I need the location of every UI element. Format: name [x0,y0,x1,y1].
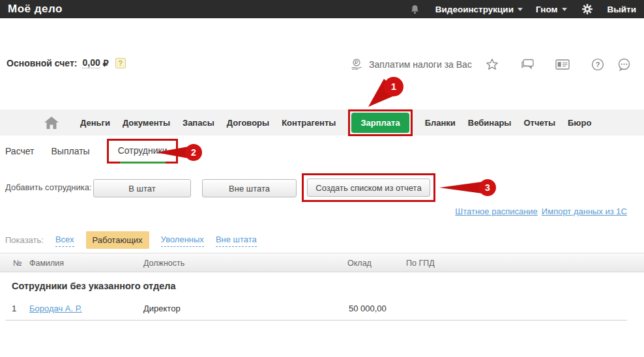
employee-name-link[interactable]: Бородач А. Р. [29,304,82,313]
promo-block[interactable]: Заплатим налоги за Вас [349,57,472,72]
nav-item-documents[interactable]: Документы [123,118,170,128]
filter-option-freelance[interactable]: Вне штата [216,233,257,247]
sub-nav: Расчет Выплаты Сотрудники [0,138,644,164]
add-employee-label: Добавить сотрудника: [5,182,92,192]
filter-option-all[interactable]: Всех [55,233,74,247]
chevron-down-icon [562,8,567,11]
annotation-badge-1: 1 [365,72,413,111]
main-nav: Деньги Документы Запасы Договоры Контраг… [0,109,644,136]
chat-icon[interactable] [520,57,534,72]
add-freelance-button[interactable]: Вне штата [202,179,297,197]
col-salary: Оклад [347,259,372,268]
nav-item-counterparties[interactable]: Контрагенты [282,118,336,128]
video-instructions-label: Видеоинструкции [435,5,514,14]
create-from-report-button[interactable]: Создать списком из отчета [307,178,430,197]
svg-text:?: ? [596,61,600,68]
nav-item-forms[interactable]: Бланки [425,118,456,128]
gear-icon[interactable] [580,2,594,16]
import-1c-link[interactable]: Импорт данных из 1С [542,207,627,216]
account-balance[interactable]: 0,00 [82,57,100,68]
user-menu[interactable]: Гном [536,5,567,14]
star-icon[interactable] [485,57,499,72]
subnav-item-payments[interactable]: Выплаты [51,146,90,156]
home-icon[interactable] [44,115,59,130]
annotation-step-1: 1 [391,81,396,92]
ruble-hand-icon [349,57,364,72]
chevron-down-icon [518,8,523,11]
row-number: 1 [12,304,16,313]
bell-icon[interactable] [408,2,422,16]
staff-schedule-link[interactable]: Штатное расписание [455,207,538,216]
subnav-item-calculation[interactable]: Расчет [5,146,35,156]
active-tab-underline [120,162,166,164]
col-number: № [13,259,22,268]
annotation-box-create-from-report: Создать списком из отчета [302,173,435,202]
video-instructions-menu[interactable]: Видеоинструкции [435,5,523,14]
nav-item-reports[interactable]: Отчеты [523,118,555,128]
nav-item-salary[interactable]: Зарплата [351,113,409,133]
col-gpd: По ГПД [406,259,435,268]
balance-help-badge[interactable]: ? [115,58,126,68]
filter-option-dismissed[interactable]: Уволенных [161,233,204,247]
topbar-right: Видеоинструкции Гном [408,2,636,16]
nav-item-webinars[interactable]: Вебинары [468,118,512,128]
nav-item-stock[interactable]: Запасы [183,118,214,128]
add-staff-button[interactable]: В штат [93,179,191,197]
bottom-divider [5,320,627,321]
annotation-box-salary: Зарплата [348,109,412,136]
aux-links: Штатное расписание Импорт данных из 1С [455,207,627,216]
logout-button[interactable]: Выйти [607,5,637,14]
nav-item-contracts[interactable]: Договоры [227,118,269,128]
account-summary: Основной счет: 0,00 ₽ ? [7,57,126,68]
col-position: Должность [143,259,184,268]
currency-symbol: ₽ [103,58,109,68]
col-surname: Фамилия [29,259,64,268]
employee-salary: 50 000,00 [349,304,387,313]
subnav-item-employees[interactable]: Сотрудники [118,145,168,156]
nav-item-bureau[interactable]: Бюро [568,118,591,128]
topbar: Моё дело Видеоинструкции Гном [0,0,644,18]
account-label: Основной счет: [7,58,77,68]
add-employee-row: Добавить сотрудника: В штат Вне штата Со… [0,176,644,205]
more-bubble-icon[interactable] [617,57,631,72]
filter-option-working[interactable]: Работающих [86,231,149,249]
id-card-icon[interactable] [555,57,570,72]
app-logo: Моё дело [8,3,63,16]
filter-label: Показать: [5,235,44,245]
annotation-box-employees: Сотрудники [107,139,179,164]
department-group-header: Сотрудники без указанного отдела [12,281,175,291]
logout-label: Выйти [607,5,637,14]
table-header: № Фамилия Должность Оклад По ГПД [0,253,644,272]
nav-item-money[interactable]: Деньги [80,118,110,128]
help-circle-icon[interactable]: ? [591,57,605,72]
filter-row: Показать: Всех Работающих Уволенных Вне … [5,231,257,249]
employee-position: Директор [143,304,181,313]
promo-text: Заплатим налоги за Вас [369,59,472,70]
app-root: Моё дело Видеоинструкции Гном [0,0,644,357]
table-row: 1 Бородач А. Р. Директор 50 000,00 [0,302,644,315]
user-name-label: Гном [536,5,558,14]
